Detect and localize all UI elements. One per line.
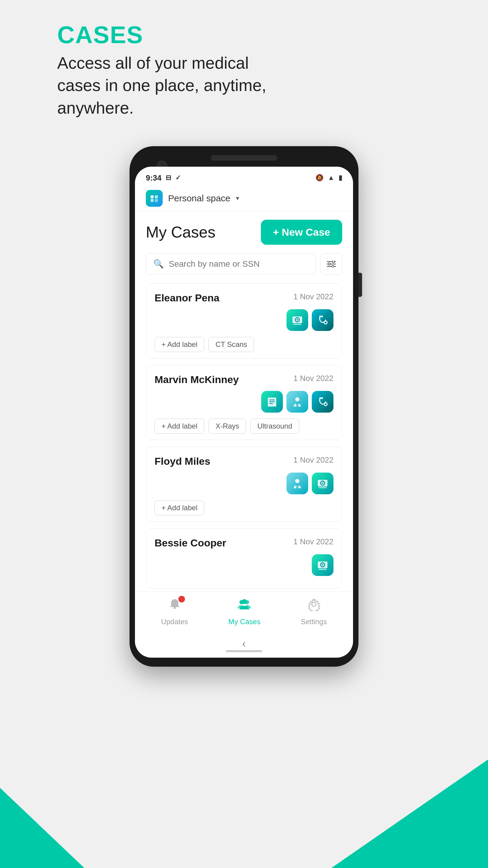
status-right: 🔕 ▲ ▮ <box>315 174 342 182</box>
svg-rect-15 <box>293 324 301 325</box>
add-label-text-1: + Add label <box>161 422 197 430</box>
svg-point-10 <box>332 265 334 267</box>
page-title: CASES <box>57 21 488 49</box>
page-header: CASES Access all of your medical cases i… <box>0 0 488 137</box>
bottom-nav: Updates <box>135 591 353 634</box>
svg-rect-27 <box>296 403 298 407</box>
xray-icon-1 <box>261 391 283 412</box>
svg-point-43 <box>322 564 324 566</box>
filter-button[interactable] <box>321 253 342 275</box>
patient-name-3: Bessie Cooper <box>155 537 226 549</box>
home-area: ‹ <box>135 634 353 658</box>
status-left: 9:34 ⊟ ✓ <box>146 173 181 183</box>
new-case-button[interactable]: + New Case <box>261 220 342 245</box>
cases-header: My Cases + New Case <box>146 220 342 245</box>
nav-label-my-cases: My Cases <box>228 618 261 626</box>
svg-point-31 <box>321 397 323 399</box>
svg-rect-28 <box>316 395 329 408</box>
doctor-icon-2 <box>287 472 308 494</box>
svg-rect-2 <box>155 195 158 198</box>
stethoscope-icon-0 <box>312 309 333 331</box>
label-tag-1-0: X-Rays <box>208 418 246 434</box>
add-label-btn-2[interactable]: + Add label <box>155 500 204 516</box>
svg-rect-34 <box>296 485 298 488</box>
case-labels-2: + Add label <box>155 500 333 516</box>
case-icons-0 <box>155 309 333 331</box>
sim-icon: ⊟ <box>166 174 171 182</box>
battery-icon: ▮ <box>338 174 342 182</box>
personal-space-bar[interactable]: Personal space ▾ <box>135 186 353 211</box>
svg-rect-3 <box>151 199 154 202</box>
label-tag-1-1: Ultrasound <box>250 418 299 434</box>
svg-point-48 <box>242 599 247 604</box>
case-date-2: 1 Nov 2022 <box>293 456 333 465</box>
back-chevron-icon[interactable]: ‹ <box>242 638 246 650</box>
nav-icon-wrap-my-cases <box>235 597 253 615</box>
svg-rect-44 <box>318 569 327 570</box>
case-labels-0: + Add label CT Scans <box>155 337 333 352</box>
status-bar: 9:34 ⊟ ✓ 🔕 ▲ ▮ <box>135 167 353 186</box>
case-card-0[interactable]: Eleanor Pena 1 Nov 2022 <box>146 283 342 358</box>
patient-name-2: Floyd Miles <box>155 456 210 467</box>
case-date-0: 1 Nov 2022 <box>293 292 333 301</box>
my-cases-heading: My Cases <box>146 223 216 241</box>
doctor-icon-1 <box>287 391 308 412</box>
notification-badge <box>178 596 185 602</box>
phone-screen: 9:34 ⊟ ✓ 🔕 ▲ ▮ <box>135 167 353 658</box>
speaker <box>211 155 277 161</box>
case-icons-2 <box>155 472 333 494</box>
nav-label-settings: Settings <box>301 618 327 626</box>
bell-mute-icon: 🔕 <box>315 174 324 182</box>
svg-rect-39 <box>318 487 327 488</box>
bg-shape-left <box>0 753 84 868</box>
nav-label-updates: Updates <box>161 618 188 626</box>
patient-name-1: Marvin McKinney <box>155 374 239 385</box>
case-header-0: Eleanor Pena 1 Nov 2022 <box>155 292 333 304</box>
svg-point-33 <box>295 479 299 483</box>
status-time: 9:34 <box>146 173 161 183</box>
search-input[interactable] <box>169 259 308 269</box>
side-button <box>358 273 362 297</box>
svg-point-30 <box>319 397 321 399</box>
nav-item-updates[interactable]: Updates <box>161 597 188 626</box>
case-card-3[interactable]: Bessie Cooper 1 Nov 2022 <box>146 528 342 588</box>
label-tag-0-0: CT Scans <box>208 337 254 352</box>
search-wrapper[interactable]: 🔍 <box>146 253 316 275</box>
add-label-text-2: + Add label <box>161 504 197 512</box>
case-icons-1 <box>155 391 333 412</box>
stethoscope-icon-1 <box>312 391 333 412</box>
case-header-3: Bessie Cooper 1 Nov 2022 <box>155 537 333 549</box>
svg-rect-16 <box>316 313 329 327</box>
nav-item-settings[interactable]: Settings <box>301 597 327 626</box>
ct-icon-2 <box>312 472 333 494</box>
case-date-1: 1 Nov 2022 <box>293 374 333 383</box>
bg-shape-right <box>331 687 488 868</box>
wifi-icon: ▲ <box>328 174 334 182</box>
nav-icon-wrap-settings <box>305 597 323 615</box>
ct-icon-0 <box>287 309 308 331</box>
nav-item-my-cases[interactable]: My Cases <box>228 597 261 626</box>
add-label-btn-0[interactable]: + Add label <box>155 337 204 352</box>
personal-space-label: Personal space <box>168 193 230 204</box>
settings-icon <box>307 597 321 615</box>
search-row: 🔍 <box>146 253 342 275</box>
svg-point-19 <box>321 315 323 317</box>
case-card-1[interactable]: Marvin McKinney 1 Nov 2022 <box>146 365 342 440</box>
case-icons-3 <box>155 554 333 576</box>
ct-icon-3 <box>312 554 333 576</box>
add-label-text-0: + Add label <box>161 340 197 349</box>
case-card-2[interactable]: Floyd Miles 1 Nov 2022 <box>146 447 342 522</box>
personal-space-icon <box>146 190 163 207</box>
add-label-btn-1[interactable]: + Add label <box>155 418 204 434</box>
svg-rect-4 <box>155 199 158 202</box>
svg-point-18 <box>319 315 321 317</box>
screen-content: My Cases + New Case 🔍 <box>135 211 353 588</box>
svg-point-49 <box>312 602 316 607</box>
svg-rect-45 <box>173 607 176 609</box>
nav-icon-wrap-updates <box>166 597 184 615</box>
svg-point-26 <box>295 397 299 401</box>
search-icon: 🔍 <box>153 259 164 269</box>
group-icon <box>236 597 252 615</box>
chevron-down-icon: ▾ <box>236 194 239 202</box>
svg-point-8 <box>328 263 330 265</box>
